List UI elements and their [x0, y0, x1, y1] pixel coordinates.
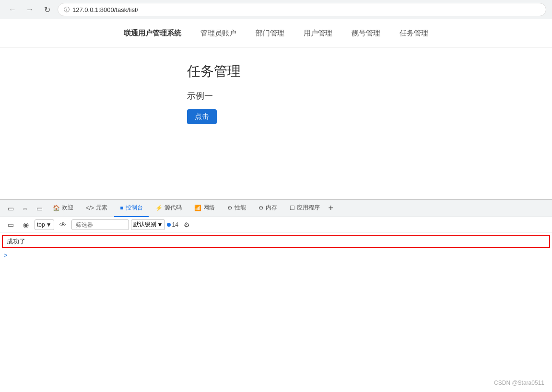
nav-item-numbers[interactable]: 靓号管理: [352, 29, 380, 38]
tab-sources-label: 源代码: [164, 204, 182, 212]
console-message: 成功了: [2, 235, 550, 248]
lock-icon: ⓘ: [64, 6, 70, 14]
tab-memory-label: 内存: [266, 204, 277, 212]
tab-elements-label: 元素: [96, 204, 107, 212]
refresh-button[interactable]: ↻: [40, 3, 54, 16]
tab-application-label: 应用程序: [297, 204, 320, 212]
tab-console[interactable]: ■ 控制台: [114, 200, 148, 217]
tab-sources[interactable]: ⚡ 源代码: [150, 200, 188, 217]
filter-input[interactable]: [71, 219, 129, 230]
console-caret[interactable]: >: [2, 251, 550, 260]
nav-item-dept[interactable]: 部门管理: [256, 29, 284, 38]
main-content: 任务管理 示例一 点击: [0, 48, 552, 124]
performance-icon: ⚙: [227, 205, 233, 211]
tab-memory[interactable]: ⚙ 内存: [253, 200, 283, 217]
tab-performance-label: 性能: [235, 204, 246, 212]
tab-performance[interactable]: ⚙ 性能: [222, 200, 252, 217]
application-icon: ☐: [290, 205, 295, 211]
level-dropdown-icon: ▼: [157, 221, 163, 228]
badge-dot: [167, 223, 171, 227]
message-badge: 14: [167, 221, 178, 228]
click-button[interactable]: 点击: [187, 109, 217, 124]
console-icon: ■: [120, 205, 123, 211]
devtools-toolbar: ▭ ◉ top ▼ 👁 默认级别 ▼ 14 ⚙: [0, 217, 552, 232]
page-title: 任务管理: [187, 62, 552, 81]
watermark: CSDN @Stara0511: [494, 380, 544, 386]
tab-application[interactable]: ☐ 应用程序: [284, 200, 326, 217]
tab-elements[interactable]: </> 元素: [80, 200, 113, 217]
device-button[interactable]: ⎓: [18, 202, 32, 215]
level-selector[interactable]: 默认级别 ▼: [131, 219, 165, 230]
nav-bar: ← → ↻ ⓘ 127.0.0.1:8000/task/list/: [0, 0, 552, 19]
top-selector[interactable]: top ▼: [35, 219, 54, 230]
tab-network[interactable]: 📶 网络: [188, 200, 221, 217]
forward-button[interactable]: →: [23, 3, 36, 16]
elements-icon: </>: [86, 205, 94, 211]
site-nav: 联通用户管理系统 管理员账户 部门管理 用户管理 靓号管理 任务管理: [0, 19, 552, 48]
console-eye-button[interactable]: ◉: [19, 218, 33, 231]
inspect-button[interactable]: ▭: [4, 202, 17, 215]
eye-button[interactable]: 👁: [56, 218, 70, 231]
page-content: 联通用户管理系统 管理员账户 部门管理 用户管理 靓号管理 任务管理 任务管理 …: [0, 19, 552, 199]
nav-item-users[interactable]: 用户管理: [304, 29, 332, 38]
memory-icon: ⚙: [258, 205, 264, 211]
nav-item-tasks[interactable]: 任务管理: [399, 29, 428, 38]
panel-button[interactable]: ▭: [33, 202, 46, 215]
home-icon: 🏠: [53, 205, 60, 211]
devtools: ▭ ⎓ ▭ 🏠 欢迎 </> 元素 ■ 控制台 ⚡ 源代码 📶 网络 ⚙ 性能 …: [0, 199, 552, 290]
example-label: 示例一: [187, 90, 552, 102]
sources-icon: ⚡: [155, 205, 163, 211]
console-message-text: 成功了: [7, 237, 25, 246]
tab-welcome[interactable]: 🏠 欢迎: [47, 200, 79, 217]
tab-console-label: 控制台: [126, 204, 143, 212]
address-bar[interactable]: ⓘ 127.0.0.1:8000/task/list/: [58, 3, 546, 16]
level-label: 默认级别: [133, 220, 156, 229]
badge-count: 14: [172, 221, 178, 228]
tab-network-label: 网络: [203, 204, 215, 212]
console-area: 成功了 >: [0, 232, 552, 290]
settings-button[interactable]: ⚙: [180, 218, 194, 231]
add-tab-button[interactable]: +: [327, 203, 336, 213]
nav-item-admin[interactable]: 管理员账户: [200, 29, 236, 38]
top-label: top: [37, 221, 45, 228]
tab-welcome-label: 欢迎: [62, 204, 73, 212]
network-icon: 📶: [194, 205, 201, 211]
clear-console-button[interactable]: ▭: [4, 218, 17, 231]
devtools-tab-bar: ▭ ⎓ ▭ 🏠 欢迎 </> 元素 ■ 控制台 ⚡ 源代码 📶 网络 ⚙ 性能 …: [0, 200, 552, 217]
browser-chrome: ← → ↻ ⓘ 127.0.0.1:8000/task/list/: [0, 0, 552, 19]
top-dropdown-icon: ▼: [46, 221, 52, 228]
back-button[interactable]: ←: [6, 3, 19, 16]
url-text: 127.0.0.1:8000/task/list/: [72, 6, 138, 13]
site-brand[interactable]: 联通用户管理系统: [124, 29, 181, 38]
